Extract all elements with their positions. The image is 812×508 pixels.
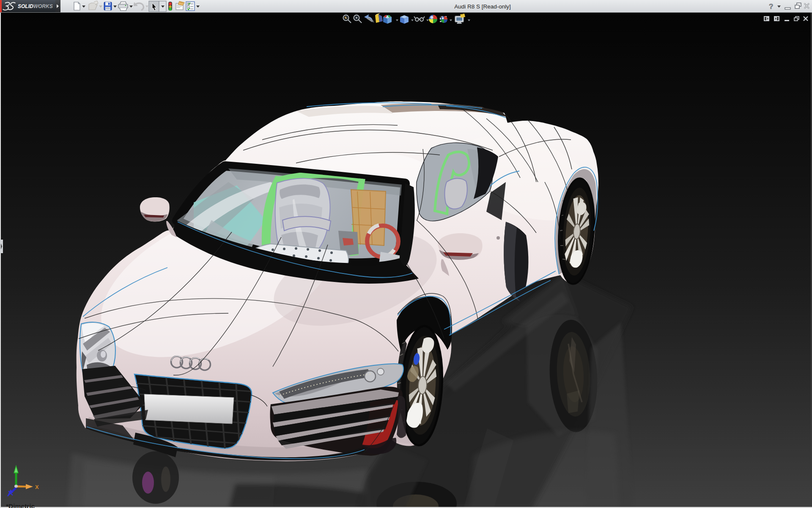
svg-text:SOLIDWORKS: SOLIDWORKS xyxy=(18,3,53,9)
svg-text:*Dimetric: *Dimetric xyxy=(6,502,35,508)
svg-text:X: X xyxy=(35,484,39,490)
svg-text:?: ? xyxy=(769,3,773,11)
